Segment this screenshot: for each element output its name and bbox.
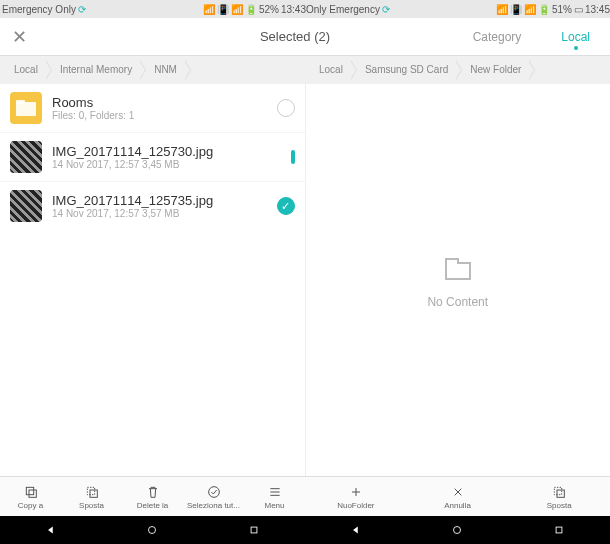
svg-rect-4: [87, 487, 94, 494]
list-item[interactable]: Rooms Files: 0, Folders: 1: [0, 84, 305, 133]
breadcrumb-right: Local Samsung SD Card New Folder: [305, 60, 610, 80]
wifi-icon: 📶: [524, 4, 536, 15]
svg-rect-8: [557, 490, 564, 497]
tab-local[interactable]: Local: [561, 30, 590, 44]
svg-rect-5: [90, 490, 97, 497]
sync-icon: ⟳: [78, 4, 86, 15]
crumb[interactable]: Local: [305, 60, 351, 80]
copy-icon: [23, 484, 39, 500]
x-icon: [450, 484, 466, 500]
vibrate-icon: 📳: [510, 4, 522, 15]
trash-icon: [145, 484, 161, 500]
file-list-pane[interactable]: Rooms Files: 0, Folders: 1 IMG_20171114_…: [0, 84, 306, 476]
bottom-toolbar: Copy a Sposta Delete la Seleziona tut...…: [0, 476, 610, 516]
crumb[interactable]: Internal Memory: [46, 60, 140, 80]
crumb[interactable]: NNM: [140, 60, 185, 80]
crumb[interactable]: Local: [0, 60, 46, 80]
file-meta: 14 Nov 2017, 12:57 3,45 MB: [52, 159, 291, 170]
file-name: Rooms: [52, 95, 277, 110]
crumb[interactable]: New Folder: [456, 60, 529, 80]
signal-icon: 📶: [203, 4, 215, 15]
svg-point-11: [454, 527, 461, 534]
selection-title: Selected (2): [260, 29, 330, 44]
close-button[interactable]: ✕: [0, 26, 27, 48]
file-name: IMG_20171114_125730.jpg: [52, 144, 291, 159]
carrier-right: Only Emergency: [306, 4, 380, 15]
status-bar: Emergency Only ⟳ 📶 📳 📶 🔋 52% 13:43 Only …: [0, 0, 610, 18]
battery-outline-icon: ▭: [574, 4, 583, 15]
select-all-button[interactable]: Seleziona tut...: [183, 477, 244, 516]
recents-button[interactable]: [552, 523, 566, 537]
crumb[interactable]: Samsung SD Card: [351, 60, 456, 80]
svg-rect-10: [251, 527, 257, 533]
svg-rect-12: [556, 527, 562, 533]
list-item[interactable]: IMG_20171114_125730.jpg 14 Nov 2017, 12:…: [0, 133, 305, 182]
file-name: IMG_20171114_125735.jpg: [52, 193, 277, 208]
image-thumbnail: [10, 190, 42, 222]
move-here-button[interactable]: Sposta: [508, 477, 610, 516]
svg-rect-7: [555, 487, 562, 494]
breadcrumb-bar: Local Internal Memory NNM Local Samsung …: [0, 56, 610, 84]
recents-button[interactable]: [247, 523, 261, 537]
new-folder-button[interactable]: NuoFolder: [305, 477, 407, 516]
plus-icon: [348, 484, 364, 500]
check-circle-icon: [206, 484, 222, 500]
checkbox[interactable]: [277, 197, 295, 215]
home-button[interactable]: [450, 523, 464, 537]
svg-rect-0: [16, 102, 36, 116]
empty-folder-icon: [440, 251, 476, 287]
move-icon: [551, 484, 567, 500]
svg-rect-2: [26, 487, 33, 494]
checkbox[interactable]: [277, 99, 295, 117]
destination-pane[interactable]: No Content: [306, 84, 611, 476]
cancel-button[interactable]: Annulla: [407, 477, 509, 516]
svg-rect-1: [16, 100, 25, 104]
delete-button[interactable]: Delete la: [122, 477, 183, 516]
battery-icon: 🔋: [538, 4, 550, 15]
battery-icon: 🔋: [245, 4, 257, 15]
home-button[interactable]: [145, 523, 159, 537]
battery-pct-left: 52%: [259, 4, 279, 15]
copy-button[interactable]: Copy a: [0, 477, 61, 516]
content-area: Rooms Files: 0, Folders: 1 IMG_20171114_…: [0, 84, 610, 476]
menu-icon: [267, 484, 283, 500]
menu-button[interactable]: Menu: [244, 477, 305, 516]
image-thumbnail: [10, 141, 42, 173]
time-right: 13:45: [585, 4, 610, 15]
move-button[interactable]: Sposta: [61, 477, 122, 516]
breadcrumb-left: Local Internal Memory NNM: [0, 60, 305, 80]
vibrate-icon: 📳: [217, 4, 229, 15]
back-button[interactable]: [349, 523, 363, 537]
empty-label: No Content: [427, 295, 488, 309]
battery-pct-right: 51%: [552, 4, 572, 15]
move-icon: [84, 484, 100, 500]
checkbox[interactable]: [291, 150, 295, 164]
android-nav-bar: [0, 516, 610, 544]
wifi-icon: 📶: [231, 4, 243, 15]
carrier-left: Emergency Only: [2, 4, 76, 15]
folder-icon: [10, 92, 42, 124]
time-left: 13:43: [281, 4, 306, 15]
svg-point-6: [208, 486, 219, 497]
sync-icon: ⟳: [382, 4, 390, 15]
back-button[interactable]: [44, 523, 58, 537]
file-meta: Files: 0, Folders: 1: [52, 110, 277, 121]
header-bar: ✕ Selected (2) Category Local: [0, 18, 610, 56]
list-item[interactable]: IMG_20171114_125735.jpg 14 Nov 2017, 12:…: [0, 182, 305, 230]
signal-icon: 📶: [496, 4, 508, 15]
empty-state: No Content: [306, 84, 611, 476]
svg-point-9: [149, 527, 156, 534]
svg-rect-3: [29, 490, 36, 497]
file-meta: 14 Nov 2017, 12:57 3,57 MB: [52, 208, 277, 219]
tab-category[interactable]: Category: [473, 30, 522, 44]
